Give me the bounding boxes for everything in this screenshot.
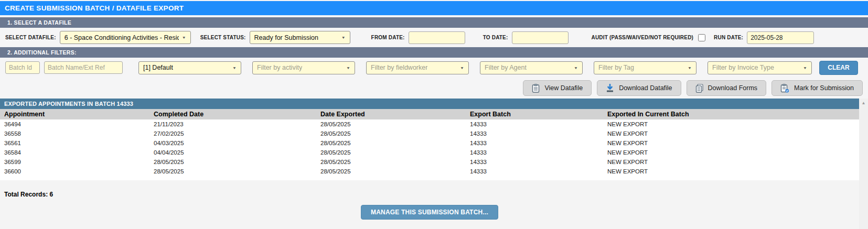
batch-id-input[interactable]	[5, 61, 40, 74]
select-datafile-group: SELECT DATAFILE: 6 - Space Conditioning …	[5, 31, 191, 44]
cell-completed-date: 28/05/2025	[154, 159, 320, 165]
select-datafile-value: 6 - Space Conditioning Activities - Resi…	[65, 34, 179, 41]
select-status-value: Ready for Submission	[254, 34, 318, 41]
batch-name-input[interactable]	[44, 61, 123, 74]
page-title: CREATE SUBMISSION BATCH / DATAFILE EXPOR…	[0, 1, 868, 15]
cell-appointment: 36584	[4, 149, 154, 156]
download-forms-button[interactable]: Download Forms	[687, 80, 766, 96]
filter-activity-placeholder: Filter by activity	[257, 64, 302, 71]
view-datafile-label: View Datafile	[544, 84, 583, 92]
cell-exported-in-current-batch: NEW EXPORT	[607, 168, 859, 175]
forms-icon	[695, 84, 703, 93]
mark-for-submission-label: Mark for Submission	[794, 84, 854, 92]
table-row[interactable]: 36600 28/05/2025 28/05/2025 14333 NEW EX…	[0, 167, 859, 176]
chevron-down-icon: ▼	[341, 36, 346, 39]
from-date-input[interactable]	[409, 31, 465, 44]
datafile-filter-row: SELECT DATAFILE: 6 - Space Conditioning …	[0, 28, 868, 47]
table-row[interactable]: 36584 04/04/2025 28/05/2025 14333 NEW EX…	[0, 148, 859, 157]
filter-fieldworker-dropdown[interactable]: Filter by fieldworker ▼	[366, 61, 469, 74]
run-date-label: RUN DATE:	[714, 35, 743, 40]
table-heading: EXPORTED APPOINTMENTS IN BATCH 14333	[0, 99, 859, 109]
cell-date-exported: 28/05/2025	[320, 121, 470, 127]
cell-export-batch: 14333	[470, 130, 607, 137]
select-status-label: SELECT STATUS:	[200, 35, 246, 40]
vertical-scrollbar[interactable]: ▲	[859, 99, 868, 229]
exported-appointments-section: EXPORTED APPOINTMENTS IN BATCH 14333 App…	[0, 99, 859, 229]
download-icon	[606, 84, 614, 93]
table-row[interactable]: 36558 27/02/2025 28/05/2025 14333 NEW EX…	[0, 129, 859, 138]
cell-appointment: 36558	[4, 130, 154, 137]
chevron-down-icon: ▼	[182, 36, 186, 39]
cell-completed-date: 28/05/2025	[154, 168, 320, 175]
chevron-down-icon: ▼	[688, 66, 692, 69]
clear-button[interactable]: CLEAR	[819, 61, 858, 75]
additional-filters-row: [1] Default ▼ Filter by activity ▼ Filte…	[0, 58, 868, 78]
section-heading-additional-filters: 2. ADDITIONAL FILTERS:	[0, 47, 868, 58]
cell-date-exported: 28/05/2025	[320, 159, 470, 165]
section-heading-select-datafile: 1. SELECT A DATAFILE	[0, 17, 868, 28]
audit-label: AUDIT (PASS/WAIVED/NOT REQUIRED)	[592, 35, 694, 40]
view-datafile-button[interactable]: View Datafile	[523, 80, 592, 96]
chevron-down-icon: ▼	[346, 66, 350, 69]
cell-exported-in-current-batch: NEW EXPORT	[607, 140, 859, 146]
audit-checkbox[interactable]	[698, 34, 705, 41]
cell-completed-date: 21/11/2023	[154, 121, 320, 127]
cell-date-exported: 28/05/2025	[320, 149, 470, 156]
select-status-dropdown[interactable]: Ready for Submission ▼	[250, 31, 350, 44]
filter-activity-dropdown[interactable]: Filter by activity ▼	[252, 61, 355, 74]
default-filter-value: [1] Default	[143, 64, 173, 71]
to-date-label: TO DATE:	[483, 35, 508, 40]
clipboard-icon	[532, 84, 540, 93]
to-date-input[interactable]	[512, 31, 569, 44]
filter-invoice-type-dropdown[interactable]: Filter by Invoice Type ▼	[708, 61, 812, 74]
chevron-down-icon: ▼	[803, 66, 807, 69]
run-date-input[interactable]	[747, 31, 814, 44]
column-header-date-exported: Date Exported	[320, 111, 470, 118]
cell-exported-in-current-batch: NEW EXPORT	[607, 149, 859, 156]
manage-submission-batch-button[interactable]: MANAGE THIS SUBMISSION BATCH...	[361, 205, 498, 220]
filter-tag-dropdown[interactable]: Filter by Tag ▼	[594, 61, 696, 74]
clipboard-check-icon	[780, 84, 789, 93]
table-footer: Total Records: 6 MANAGE THIS SUBMISSION …	[0, 180, 859, 229]
chevron-down-icon: ▼	[460, 66, 464, 69]
filter-agent-dropdown[interactable]: Filter by Agent ▼	[480, 61, 583, 74]
download-datafile-label: Download Datafile	[619, 84, 672, 92]
cell-completed-date: 27/02/2025	[154, 130, 320, 137]
chevron-down-icon: ▼	[232, 66, 237, 69]
table-row[interactable]: 36494 21/11/2023 28/05/2025 14333 NEW EX…	[0, 119, 859, 129]
table-row[interactable]: 36599 28/05/2025 28/05/2025 14333 NEW EX…	[0, 157, 859, 167]
cell-completed-date: 04/03/2025	[154, 140, 320, 146]
select-datafile-dropdown[interactable]: 6 - Space Conditioning Activities - Resi…	[60, 31, 191, 44]
from-date-group: FROM DATE:	[371, 31, 465, 44]
scroll-up-arrow-icon[interactable]: ▲	[859, 99, 868, 107]
default-filter-dropdown[interactable]: [1] Default ▼	[138, 61, 241, 74]
download-forms-label: Download Forms	[708, 84, 757, 92]
mark-for-submission-button[interactable]: Mark for Submission	[771, 80, 863, 96]
cell-export-batch: 14333	[470, 140, 607, 146]
action-buttons-row: View Datafile Download Datafile Download…	[0, 78, 868, 99]
download-datafile-button[interactable]: Download Datafile	[597, 80, 681, 96]
filter-tag-placeholder: Filter by Tag	[598, 64, 634, 71]
filter-invoice-type-placeholder: Filter by Invoice Type	[712, 64, 774, 71]
cell-appointment: 36494	[4, 121, 154, 127]
audit-group: AUDIT (PASS/WAIVED/NOT REQUIRED)	[592, 34, 706, 41]
cell-export-batch: 14333	[470, 149, 607, 156]
filter-agent-placeholder: Filter by Agent	[485, 64, 527, 71]
column-header-export-batch: Export Batch	[470, 111, 607, 118]
from-date-label: FROM DATE:	[371, 35, 405, 40]
table-body: 36494 21/11/2023 28/05/2025 14333 NEW EX…	[0, 119, 859, 180]
column-header-exported-in-current-batch: Exported In Current Batch	[607, 111, 859, 118]
cell-appointment: 36599	[4, 159, 154, 165]
table-header-row: Appointment Completed Date Date Exported…	[0, 109, 859, 119]
to-date-group: TO DATE:	[483, 31, 569, 44]
select-status-group: SELECT STATUS: Ready for Submission ▼	[200, 31, 350, 44]
cell-exported-in-current-batch: NEW EXPORT	[607, 159, 859, 165]
cell-export-batch: 14333	[470, 159, 607, 165]
cell-date-exported: 28/05/2025	[320, 168, 470, 175]
table-row[interactable]: 36561 04/03/2025 28/05/2025 14333 NEW EX…	[0, 138, 859, 148]
cell-date-exported: 28/05/2025	[320, 140, 470, 146]
cell-appointment: 36600	[4, 168, 154, 175]
total-records-label: Total Records: 6	[0, 180, 859, 198]
column-header-appointment: Appointment	[4, 111, 154, 118]
column-header-completed-date: Completed Date	[154, 111, 320, 118]
